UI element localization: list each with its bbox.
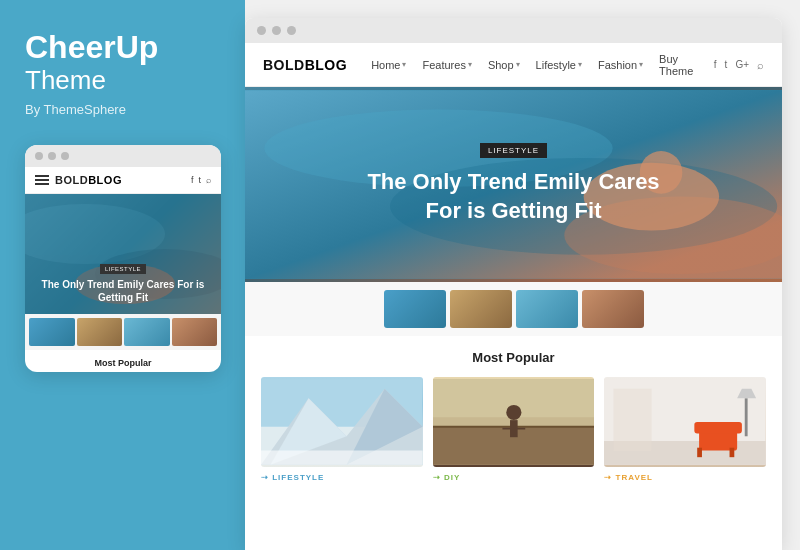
svg-rect-30 xyxy=(730,448,735,458)
desktop-category-badge: LIFESTYLE xyxy=(480,143,547,158)
card-grid: ⇢ LIFESTYLE xyxy=(261,377,766,485)
card-1[interactable]: ⇢ LIFESTYLE xyxy=(261,377,423,485)
svg-rect-16 xyxy=(261,451,423,465)
mobile-logo-bold: BOLD xyxy=(55,174,88,186)
browser-top-bar xyxy=(245,18,782,43)
card-category-3: ⇢ TRAVEL xyxy=(604,473,766,482)
mobile-thumb-4 xyxy=(172,318,218,346)
browser-dot-2 xyxy=(272,26,281,35)
nav-fashion[interactable]: Fashion ▾ xyxy=(598,53,643,77)
svg-rect-28 xyxy=(695,422,743,433)
brand-subtitle: Theme xyxy=(25,65,106,96)
card-image-mountains xyxy=(261,377,423,467)
facebook-icon[interactable]: f xyxy=(714,59,717,70)
svg-rect-26 xyxy=(614,389,652,451)
mobile-thumb-3 xyxy=(124,318,170,346)
brand-by: By ThemeSphere xyxy=(25,102,126,117)
svg-rect-29 xyxy=(698,448,703,458)
mobile-dot-3 xyxy=(61,152,69,160)
card-image-person xyxy=(433,377,595,467)
right-panel: BOLDBLOG Home ▾ Features ▾ Shop ▾ Lifest… xyxy=(245,0,800,550)
brand-title: CheerUp xyxy=(25,30,158,65)
twitter-mobile-icon: t xyxy=(198,175,201,185)
mobile-dot-1 xyxy=(35,152,43,160)
mobile-nav: BOLDBLOG f t ⌕ xyxy=(25,167,221,194)
browser-dot-1 xyxy=(257,26,266,35)
hero-thumb-2[interactable] xyxy=(450,290,512,328)
most-popular-section: Most Popular ⇢ LIFESTYLE xyxy=(245,336,782,550)
mobile-most-popular: Most Popular xyxy=(25,350,221,372)
hero-thumb-4[interactable] xyxy=(582,290,644,328)
hamburger-icon[interactable] xyxy=(35,175,49,185)
desktop-nav: BOLDBLOG Home ▾ Features ▾ Shop ▾ Lifest… xyxy=(245,43,782,87)
browser-dot-3 xyxy=(287,26,296,35)
desktop-logo-bold: BOLD xyxy=(263,57,305,73)
mobile-thumbs xyxy=(25,314,221,350)
nav-buy-theme[interactable]: Buy Theme xyxy=(659,53,714,77)
nav-shop[interactable]: Shop ▾ xyxy=(488,53,520,77)
googleplus-icon[interactable]: G+ xyxy=(735,59,749,70)
browser-window: BOLDBLOG Home ▾ Features ▾ Shop ▾ Lifest… xyxy=(245,18,782,550)
mobile-logo: BOLDBLOG xyxy=(55,174,122,186)
mobile-thumb-2 xyxy=(77,318,123,346)
nav-home[interactable]: Home ▾ xyxy=(371,53,406,77)
hero-thumbs xyxy=(245,282,782,336)
desktop-hero-title: The Only Trend Emily CaresFor is Getting… xyxy=(367,168,659,225)
card-2[interactable]: ⇢ DIY xyxy=(433,377,595,485)
mobile-most-popular-title: Most Popular xyxy=(35,358,211,368)
desktop-hero-content: LIFESTYLE The Only Trend Emily CaresFor … xyxy=(245,87,782,282)
nav-features[interactable]: Features ▾ xyxy=(422,53,471,77)
mobile-hero-title: The Only Trend Emily Cares For is Gettin… xyxy=(35,278,211,304)
card-category-1: ⇢ LIFESTYLE xyxy=(261,473,423,482)
mobile-thumb-1 xyxy=(29,318,75,346)
svg-point-21 xyxy=(506,405,521,420)
desktop-hero: LIFESTYLE The Only Trend Emily CaresFor … xyxy=(245,87,782,282)
desktop-nav-links: Home ▾ Features ▾ Shop ▾ Lifestyle ▾ Fas… xyxy=(371,53,714,77)
mobile-logo-thin: BLOG xyxy=(88,174,122,186)
hero-thumb-1[interactable] xyxy=(384,290,446,328)
mobile-nav-icons: f t ⌕ xyxy=(191,175,211,185)
svg-rect-31 xyxy=(745,398,748,436)
facebook-mobile-icon: f xyxy=(191,175,194,185)
mobile-hero-content: LIFESTYLE The Only Trend Emily Cares For… xyxy=(25,257,221,304)
mobile-hero: LIFESTYLE The Only Trend Emily Cares For… xyxy=(25,194,221,314)
most-popular-heading: Most Popular xyxy=(261,350,766,365)
mobile-category-badge: LIFESTYLE xyxy=(100,264,146,274)
desktop-nav-social: f t G+ ⌕ xyxy=(714,59,764,71)
mountains-svg xyxy=(261,377,423,467)
nav-lifestyle[interactable]: Lifestyle ▾ xyxy=(536,53,582,77)
room-svg xyxy=(604,377,766,467)
left-panel: CheerUp Theme By ThemeSphere BOLDBLOG f … xyxy=(0,0,245,550)
mobile-dot-2 xyxy=(48,152,56,160)
person-svg xyxy=(433,377,595,467)
mobile-nav-left: BOLDBLOG xyxy=(35,174,122,186)
desktop-logo-thin: BLOG xyxy=(305,57,347,73)
card-image-room xyxy=(604,377,766,467)
search-icon[interactable]: ⌕ xyxy=(757,59,764,71)
desktop-logo: BOLDBLOG xyxy=(263,57,347,73)
mobile-mockup: BOLDBLOG f t ⌕ LIFESTYLE The Only Trend … xyxy=(25,145,221,372)
twitter-icon[interactable]: t xyxy=(725,59,728,70)
mobile-top-bar xyxy=(25,145,221,167)
search-mobile-icon[interactable]: ⌕ xyxy=(206,175,211,185)
card-3[interactable]: ⇢ TRAVEL xyxy=(604,377,766,485)
card-category-2: ⇢ DIY xyxy=(433,473,595,482)
hero-thumb-3[interactable] xyxy=(516,290,578,328)
